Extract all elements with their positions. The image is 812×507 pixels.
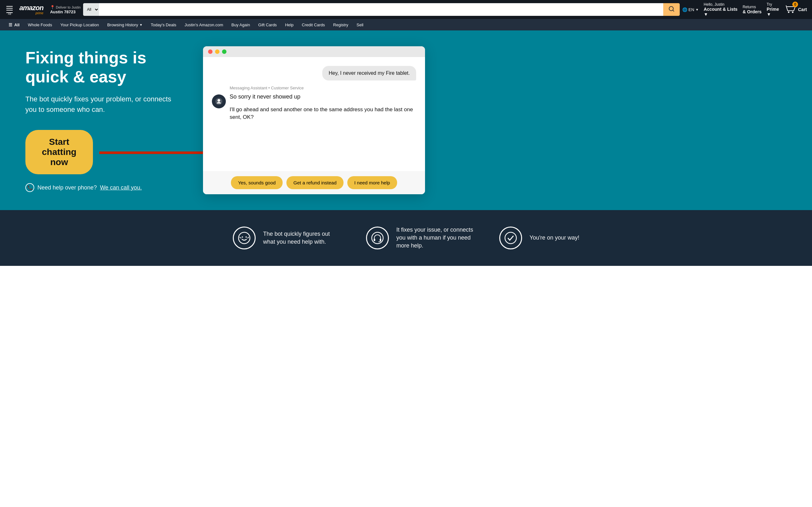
prime-link[interactable]: Try Prime ▼: [767, 2, 779, 17]
bot-label: Messaging Assistant • Customer Service: [230, 86, 416, 90]
logo[interactable]: amazon prime: [16, 3, 46, 16]
dot-yellow: [215, 49, 219, 54]
arrow-shaft: [99, 152, 207, 154]
suggestion-more-help[interactable]: I need more help: [347, 176, 397, 189]
logo-text: amazon: [19, 4, 44, 11]
user-message-row: Hey, I never received my Fire tablet.: [212, 66, 416, 80]
deliver-location: Austin 78723: [50, 9, 81, 14]
hero-section: Fixing things is quick & easy The bot qu…: [0, 31, 812, 210]
call-me-link[interactable]: We can call you.: [100, 184, 142, 191]
subnav-sell[interactable]: Sell: [353, 19, 367, 31]
account-chevron-icon: ▼: [704, 12, 738, 17]
cta-row: Start chatting now: [26, 130, 184, 174]
svg-point-5: [217, 99, 220, 102]
nav-actions: 🌐 EN ▼ Hello, Justin Account & Lists ▼ R…: [682, 2, 807, 17]
bot-messages: Messaging Assistant • Customer Service S…: [230, 86, 416, 121]
subnav-todays-deals[interactable]: Today's Deals: [147, 19, 180, 31]
feature-2-text: It fixes your issue, or connects you wit…: [397, 226, 474, 250]
all-menu-item[interactable]: ☰ All: [5, 19, 23, 31]
feature-2: It fixes your issue, or connects you wit…: [366, 226, 474, 250]
dot-red: [208, 49, 212, 54]
svg-rect-10: [374, 239, 375, 241]
feature-1-icon: [233, 227, 256, 249]
chat-titlebar: [203, 46, 425, 57]
user-bubble: Hey, I never received my Fire tablet.: [322, 66, 416, 80]
logo-prime: prime: [36, 11, 44, 15]
feature-3-icon: [499, 227, 522, 249]
svg-point-12: [505, 232, 516, 244]
cart-count-badge: 0: [792, 2, 798, 7]
browsing-chevron-icon: ▼: [139, 23, 142, 26]
lang-chevron-icon: ▼: [696, 8, 699, 11]
subnav-registry[interactable]: Registry: [329, 19, 352, 31]
svg-point-7: [242, 236, 243, 238]
bottom-section: The bot quickly figures out what you nee…: [0, 210, 812, 266]
bot-text-1: So sorry it never showed up: [230, 93, 416, 101]
subnav-gift-cards[interactable]: Gift Cards: [255, 19, 281, 31]
subnav-pickup-location[interactable]: Your Pickup Location: [57, 19, 102, 31]
chat-window: Hey, I never received my Fire tablet. Me…: [203, 46, 425, 194]
suggestion-refund[interactable]: Get a refund instead: [287, 176, 344, 189]
feature-1: The bot quickly figures out what you nee…: [233, 227, 341, 249]
subnav-justins-amazon[interactable]: Justin's Amazon.com: [181, 19, 227, 31]
chat-suggestions: Yes, sounds good Get a refund instead I …: [203, 171, 425, 194]
search-button[interactable]: [663, 3, 680, 16]
subnav-buy-again[interactable]: Buy Again: [228, 19, 254, 31]
subnav-whole-foods[interactable]: Whole Foods: [24, 19, 56, 31]
language-selector[interactable]: 🌐 EN ▼: [682, 7, 699, 12]
sub-nav: ☰ All Whole Foods Your Pickup Location B…: [0, 19, 812, 31]
bot-message-row: Messaging Assistant • Customer Service S…: [212, 86, 416, 121]
subnav-help[interactable]: Help: [282, 19, 297, 31]
suggestion-yes[interactable]: Yes, sounds good: [231, 176, 283, 189]
hamburger-menu[interactable]: All: [5, 5, 14, 14]
chat-body: Hey, I never received my Fire tablet. Me…: [203, 57, 425, 171]
feature-3: You're on your way!: [499, 227, 579, 249]
returns-link[interactable]: Returns & Orders: [743, 5, 762, 14]
cart-label: Cart: [798, 7, 807, 12]
svg-line-1: [672, 10, 674, 11]
hero-title: Fixing things is quick & easy: [26, 49, 184, 87]
search-category-select[interactable]: All: [83, 3, 99, 16]
feature-3-text: You're on your way!: [530, 234, 579, 242]
hero-left: Fixing things is quick & easy The bot qu…: [26, 49, 184, 192]
subnav-browsing-history[interactable]: Browsing History ▼: [104, 19, 146, 31]
svg-point-3: [792, 11, 794, 13]
feature-1-text: The bot quickly figures out what you nee…: [263, 230, 341, 246]
hamburger-sub-icon: ☰: [9, 22, 12, 27]
svg-point-9: [372, 232, 383, 244]
svg-point-2: [788, 11, 790, 13]
hero-description: The bot quickly fixes your problem, or c…: [26, 94, 184, 115]
svg-point-8: [246, 236, 247, 238]
phone-icon: 📞: [26, 183, 34, 192]
dot-green: [222, 49, 226, 54]
bot-avatar: [212, 95, 226, 108]
search-input[interactable]: [99, 3, 663, 16]
bot-text-2: I'll go ahead and send another one to th…: [230, 106, 416, 121]
feature-2-icon: [366, 227, 389, 249]
cart-link[interactable]: 0 Cart: [784, 4, 807, 15]
start-chat-button[interactable]: Start chatting now: [26, 130, 93, 174]
account-link[interactable]: Hello, Justin Account & Lists ▼: [704, 2, 738, 17]
phone-help: 📞 Need help over phone? We can call you.: [26, 183, 184, 192]
search-icon: [668, 6, 675, 14]
pin-icon: 📍: [50, 5, 55, 9]
delivery-info[interactable]: 📍 Deliver to Justin Austin 78723: [50, 5, 81, 14]
search-bar: All: [83, 3, 679, 16]
top-nav: All amazon prime 📍 Deliver to Justin Aus…: [0, 0, 812, 19]
prime-chevron-icon: ▼: [767, 12, 779, 17]
subnav-credit-cards[interactable]: Credit Cards: [298, 19, 328, 31]
